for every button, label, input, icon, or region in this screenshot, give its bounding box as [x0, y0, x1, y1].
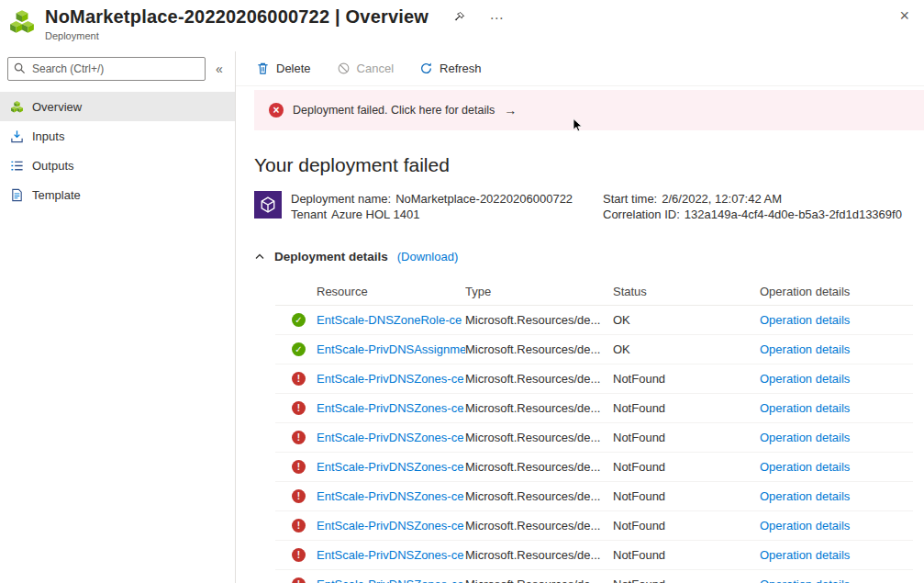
row-status: NotFound: [613, 372, 760, 386]
cancel-button[interactable]: Cancel: [337, 62, 394, 75]
row-status-icon: [292, 342, 306, 356]
row-status: NotFound: [613, 431, 760, 444]
operation-details-link[interactable]: Operation details: [760, 342, 913, 356]
search-input[interactable]: [7, 57, 206, 81]
row-status: NotFound: [613, 489, 760, 503]
sidebar-item-overview[interactable]: Overview: [0, 92, 235, 121]
table-row: EntScale-DNSZoneRole-ce Microsoft.Resour…: [275, 306, 913, 335]
correlation-id-label: Correlation ID:: [603, 207, 680, 221]
search-icon: [14, 62, 26, 74]
operation-details-link[interactable]: Operation details: [760, 313, 913, 327]
operation-details-link[interactable]: Operation details: [760, 548, 913, 562]
resource-link[interactable]: EntScale-PrivDNSZones-ce: [317, 548, 465, 562]
sidebar-collapse-button[interactable]: «: [209, 58, 229, 80]
resource-link[interactable]: EntScale-DNSZoneRole-ce: [317, 313, 465, 327]
correlation-id-value: 132a149a-4cf4-4d0e-b5a3-2fd1d13369f0: [685, 207, 902, 221]
row-type: Microsoft.Resources/de...: [465, 489, 613, 503]
row-status: NotFound: [613, 460, 760, 474]
resource-link[interactable]: EntScale-PrivDNSZones-ce: [317, 577, 465, 583]
deployment-resource-icon: [254, 191, 282, 219]
row-status-icon: [292, 489, 306, 503]
table-row: EntScale-PrivDNSZones-ce Microsoft.Resou…: [275, 511, 913, 541]
sidebar-item-outputs[interactable]: Outputs: [0, 151, 235, 180]
row-status-icon: [292, 548, 306, 562]
tenant-label: Tenant: [291, 207, 327, 221]
operation-details-link[interactable]: Operation details: [760, 519, 913, 533]
resource-link[interactable]: EntScale-PrivDNSZones-ce: [317, 401, 465, 415]
row-status: NotFound: [613, 519, 760, 533]
chevron-up-icon[interactable]: [254, 252, 265, 263]
row-status: OK: [613, 342, 760, 356]
operation-details-link[interactable]: Operation details: [760, 401, 913, 415]
cancel-icon: [337, 62, 351, 75]
close-icon[interactable]: ×: [899, 7, 909, 24]
row-status-icon: [292, 460, 306, 474]
operation-details-link[interactable]: Operation details: [760, 372, 913, 386]
sidebar-item-template[interactable]: Template: [0, 180, 235, 209]
deployment-cubes-icon: [8, 8, 36, 36]
column-header-status: Status: [613, 285, 760, 298]
refresh-button[interactable]: Refresh: [419, 62, 482, 75]
row-status-icon: [292, 577, 306, 583]
outputs-icon: [9, 158, 24, 173]
operation-details-link[interactable]: Operation details: [760, 431, 913, 444]
deployment-details-table: Resource Type Status Operation details E…: [275, 278, 913, 583]
row-status: NotFound: [613, 577, 760, 583]
table-row: EntScale-PrivDNSZones-ce Microsoft.Resou…: [275, 364, 913, 394]
deployment-details-title: Deployment details: [274, 250, 388, 263]
row-type: Microsoft.Resources/de...: [465, 577, 613, 583]
table-row: EntScale-PrivDNSZones-ce Microsoft.Resou…: [275, 541, 913, 570]
row-type: Microsoft.Resources/de...: [465, 372, 613, 386]
delete-button[interactable]: Delete: [256, 62, 311, 75]
operation-details-link[interactable]: Operation details: [760, 489, 913, 503]
resource-link[interactable]: EntScale-PrivDNSZones-ce: [317, 489, 465, 503]
resource-link[interactable]: EntScale-PrivDNSAssignme: [317, 342, 465, 356]
operation-details-link[interactable]: Operation details: [760, 460, 913, 474]
sidebar-item-label: Inputs: [32, 129, 64, 143]
tenant-value: Azure HOL 1401: [331, 207, 419, 221]
operation-details-link[interactable]: Operation details: [760, 577, 913, 583]
table-body: EntScale-DNSZoneRole-ce Microsoft.Resour…: [275, 306, 913, 583]
row-type: Microsoft.Resources/de...: [465, 460, 613, 474]
cancel-button-label: Cancel: [357, 62, 394, 75]
row-type: Microsoft.Resources/de...: [465, 519, 613, 533]
resource-link[interactable]: EntScale-PrivDNSZones-ce: [317, 460, 465, 474]
resource-link[interactable]: EntScale-PrivDNSZones-ce: [317, 519, 465, 533]
column-header-resource: Resource: [317, 285, 465, 298]
overview-content: Your deployment failed Deployment name:N…: [236, 154, 924, 583]
sidebar-menu: Overview Inputs Outputs Template: [0, 92, 235, 209]
row-status-icon: [292, 401, 306, 415]
table-row: EntScale-PrivDNSZones-ce Microsoft.Resou…: [275, 482, 913, 511]
pin-icon[interactable]: [452, 11, 465, 24]
deployment-name-value: NoMarketplace-20220206000722: [395, 192, 573, 206]
refresh-icon: [419, 62, 433, 75]
resource-link[interactable]: EntScale-PrivDNSZones-ce: [317, 431, 465, 444]
deployment-failed-heading: Your deployment failed: [254, 154, 924, 176]
row-type: Microsoft.Resources/de...: [465, 548, 613, 562]
row-status-icon: [292, 372, 306, 386]
inputs-icon: [9, 129, 24, 143]
template-icon: [9, 187, 24, 202]
row-type: Microsoft.Resources/de...: [465, 313, 613, 327]
resource-link[interactable]: EntScale-PrivDNSZones-ce: [317, 372, 465, 386]
start-time-label: Start time:: [603, 192, 657, 206]
page-header: NoMarketplace-20220206000722 | Overview …: [0, 0, 924, 51]
more-options-icon[interactable]: …: [489, 6, 505, 23]
deployment-failed-banner[interactable]: × Deployment failed. Click here for deta…: [254, 90, 924, 130]
table-row: EntScale-PrivDNSZones-ce Microsoft.Resou…: [275, 453, 913, 482]
column-header-operation-details: Operation details: [760, 285, 913, 298]
resource-type-label: Deployment: [45, 30, 505, 41]
row-status: NotFound: [613, 401, 760, 415]
row-status-icon: [292, 519, 306, 533]
command-bar: Delete Cancel Refresh: [236, 51, 924, 86]
download-link[interactable]: (Download): [397, 250, 458, 263]
trash-icon: [256, 62, 270, 75]
table-row: EntScale-PrivDNSZones-ce Microsoft.Resou…: [275, 394, 913, 423]
row-type: Microsoft.Resources/de...: [465, 431, 613, 444]
sidebar-item-inputs[interactable]: Inputs: [0, 121, 235, 151]
arrow-right-icon: →: [504, 103, 517, 118]
search-box: [7, 57, 206, 81]
banner-message: Deployment failed. Click here for detail…: [293, 104, 495, 117]
sidebar-item-label: Outputs: [32, 159, 74, 173]
deployment-summary: Deployment name:NoMarketplace-2022020600…: [254, 191, 924, 222]
